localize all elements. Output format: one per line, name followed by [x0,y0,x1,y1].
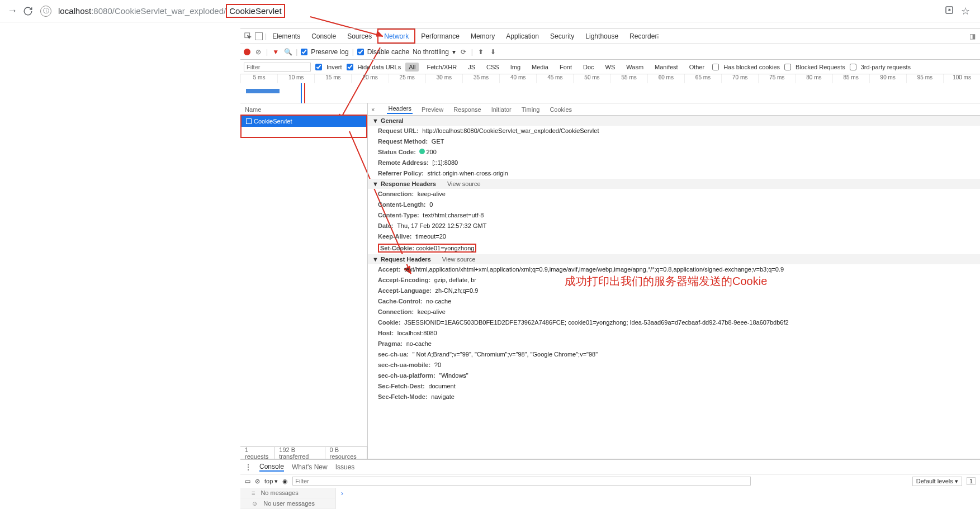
filter-type-doc[interactable]: Doc [580,63,598,72]
header-row: Request Method: GET [368,136,980,147]
site-info-icon[interactable]: ⓘ [40,6,51,17]
console-filter-input[interactable] [292,477,751,486]
browser-toolbar: → ⓘ localhost:8080/CookieServlet_war_exp… [0,0,980,22]
timeline-tick: 35 ms [462,74,499,83]
filter-type-manifest[interactable]: Manifest [651,63,681,72]
devtools-tabbar: | Elements Console Sources Network Perfo… [240,28,980,44]
filter-input[interactable] [244,63,311,72]
filter-type-other[interactable]: Other [686,63,708,72]
console-prompt-icon[interactable]: › [335,488,349,509]
invert-checkbox[interactable] [315,64,322,70]
preserve-log-label: Preserve log [311,48,348,56]
tab-network[interactable]: Network [377,28,415,44]
tab-recorder[interactable]: Recorder ⁝ [624,28,665,44]
throttling-select[interactable]: No throttling [413,48,449,56]
filter-type-js[interactable]: JS [465,63,479,72]
device-toggle-icon[interactable] [255,32,263,40]
blocked-cookies-checkbox[interactable] [712,64,719,70]
detail-tab-timing[interactable]: Timing [520,106,541,113]
log-levels-select[interactable]: Default levels ▾ [912,477,962,486]
inspect-icon[interactable] [244,32,253,41]
thirdparty-checkbox[interactable] [850,64,856,70]
section-header[interactable]: ▼ Response HeadersView source [368,179,980,189]
timeline-tick: 25 ms [389,74,425,83]
forward-icon[interactable]: → [4,3,20,19]
tab-application[interactable]: Application [500,28,545,44]
detail-tab-headers[interactable]: Headers [387,105,413,114]
tab-security[interactable]: Security [545,28,580,44]
tab-lighthouse[interactable]: Lighthouse [580,28,624,44]
sidebar-toggle-icon[interactable]: ▭ [245,478,250,485]
header-row: Referrer Policy: strict-origin-when-cros… [368,168,980,179]
console-drawer: ⋮ Console What's New Issues ▭ ⊘ top ▾ ◉ … [240,459,980,509]
request-status-bar: 1 requests 192 B transferred 0 B resourc… [240,446,367,459]
whatsnew-tab[interactable]: What's New [292,463,328,471]
filter-type-all[interactable]: All [405,63,419,72]
section-header[interactable]: ▼ General [368,116,980,126]
close-detail-icon[interactable]: × [371,106,375,113]
clear-console-icon[interactable]: ⊘ [255,478,260,485]
address-bar[interactable]: localhost:8080/CookieServlet_war_explode… [56,4,944,18]
dock-icon[interactable]: ◨ [969,32,976,40]
filter-type-media[interactable]: Media [528,63,552,72]
request-row[interactable]: CookieServlet [242,116,366,127]
search-icon[interactable]: 🔍 [283,47,292,56]
share-icon[interactable] [944,5,954,17]
bookmark-star-icon[interactable]: ☆ [961,5,970,17]
console-sidebar-item[interactable]: ☺No user messages [240,498,335,509]
timeline-tick: 20 ms [351,74,388,83]
blocked-requests-checkbox[interactable] [784,64,791,70]
filter-type-wasm[interactable]: Wasm [623,63,647,72]
timeline-tick: 5 ms [240,74,277,83]
record-icon[interactable] [244,49,250,55]
filter-type-fetchxhr[interactable]: Fetch/XHR [423,63,460,72]
network-timeline[interactable]: 5 ms10 ms15 ms20 ms25 ms30 ms35 ms40 ms4… [240,74,980,103]
filter-funnel-icon[interactable]: ▼ [271,47,280,56]
detail-tab-preview[interactable]: Preview [420,106,444,113]
network-toolbar: ⊘ | ▼ 🔍 | Preserve log | Disable cache N… [240,44,980,60]
timeline-domcontent-line [301,83,302,103]
drawer-menu-icon[interactable]: ⋮ [245,463,252,471]
messages-icon: ≡ [252,489,255,496]
header-row: Remote Address: [::1]:8080 [368,158,980,168]
tab-memory[interactable]: Memory [465,28,500,44]
document-icon [246,118,252,124]
tab-sources[interactable]: Sources [342,28,377,44]
eye-icon[interactable]: ◉ [282,478,288,485]
console-drawer-tabs: ⋮ Console What's New Issues [240,460,980,474]
upload-icon[interactable]: ⬆ [476,47,485,56]
tab-performance[interactable]: Performance [415,28,465,44]
filter-type-css[interactable]: CSS [483,63,503,72]
url-host: localhost [58,6,91,16]
issues-tab[interactable]: Issues [335,463,355,471]
reload-icon[interactable] [20,3,36,19]
issue-count-badge[interactable]: 1 [967,477,976,485]
disable-cache-checkbox[interactable] [357,49,364,55]
detail-tab-cookies[interactable]: Cookies [548,106,573,113]
request-detail: × Headers Preview Response Initiator Tim… [368,103,980,459]
console-sidebar-item[interactable]: ≡No messages [240,488,335,498]
header-row: Request URL: http://localhost:8080/Cooki… [368,126,980,136]
filter-type-font[interactable]: Font [556,63,575,72]
timeline-tick: 80 ms [795,74,832,83]
detail-tab-response[interactable]: Response [452,106,482,113]
detail-tab-initiator[interactable]: Initiator [490,106,513,113]
tab-console[interactable]: Console [306,28,342,44]
tab-elements[interactable]: Elements [267,28,306,44]
filter-type-img[interactable]: Img [507,63,524,72]
download-icon[interactable]: ⬇ [489,47,498,56]
throttling-dropdown-icon[interactable]: ▾ [452,48,456,56]
timeline-tick: 100 ms [943,74,980,83]
hide-dataurls-checkbox[interactable] [347,64,353,70]
filter-type-ws[interactable]: WS [602,63,619,72]
timeline-tick: 40 ms [499,74,536,83]
wifi-icon[interactable]: ⟳ [459,47,468,56]
clear-icon[interactable]: ⊘ [254,47,263,56]
preserve-log-checkbox[interactable] [301,49,307,55]
section-header[interactable]: ▼ Request HeadersView source [368,254,980,264]
header-row: Host: localhost:8080 [368,328,980,339]
request-name: CookieServlet [254,118,292,125]
context-select[interactable]: top ▾ [264,478,278,485]
console-tab[interactable]: Console [259,463,284,472]
request-list-header[interactable]: Name [240,103,367,116]
